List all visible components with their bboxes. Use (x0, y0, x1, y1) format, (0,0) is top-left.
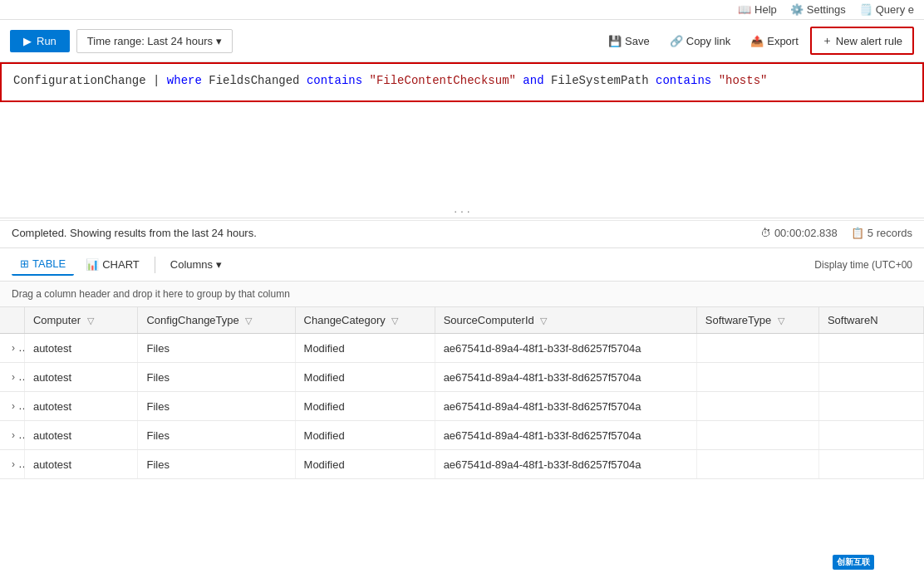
table-cell: ae67541d-89a4-48f1-b33f-8d6257f5704a (435, 334, 696, 363)
query-part-filesystempath: FileSystemPath (551, 74, 656, 87)
records-icon: 📋 (851, 227, 864, 239)
help-icon: 📖 (738, 3, 751, 16)
change-category-filter-icon[interactable]: ▽ (391, 316, 398, 326)
change-category-col-header[interactable]: ChangeCategory ▽ (295, 307, 435, 334)
config-change-type-filter-icon[interactable]: ▽ (245, 316, 252, 326)
duration-meta: ⏱ 00:00:02.838 (760, 227, 838, 239)
settings-icon: ⚙️ (790, 3, 804, 16)
view-toggle-row: ⊞ TABLE 📊 CHART Columns ▾ Display time (… (0, 248, 924, 282)
query-empty-area: . . . (0, 102, 924, 218)
chart-view-button[interactable]: 📊 CHART (77, 254, 148, 275)
table-row[interactable]: ›autotestFilesModifiedae67541d-89a4-48f1… (0, 421, 924, 450)
table-row[interactable]: ›autotestFilesModifiedae67541d-89a4-48f1… (0, 334, 924, 363)
query-part-pipe: | (153, 74, 167, 87)
table-cell: Files (138, 363, 295, 392)
table-cell: autotest (24, 363, 138, 392)
computer-col-header[interactable]: Computer ▽ (24, 307, 138, 334)
settings-label: Settings (807, 3, 846, 16)
save-button[interactable]: 💾 Save (600, 30, 658, 52)
copy-link-button[interactable]: 🔗 Copy link (661, 30, 739, 52)
save-icon: 💾 (608, 35, 622, 47)
time-range-label: Time range: Last 24 hours (87, 35, 213, 47)
table-cell (696, 392, 818, 421)
table-row[interactable]: ›autotestFilesModifiedae67541d-89a4-48f1… (0, 450, 924, 479)
table-container[interactable]: Computer ▽ ConfigChangeType ▽ ChangeCate… (0, 307, 924, 479)
chart-icon: 📊 (86, 258, 99, 271)
table-view-button[interactable]: ⊞ TABLE (12, 253, 74, 276)
query-editor-nav-item[interactable]: 🗒️ Query e (859, 3, 914, 16)
table-cell (818, 334, 923, 363)
computer-filter-icon[interactable]: ▽ (87, 316, 94, 326)
records-meta: 📋 5 records (851, 227, 912, 239)
table-cell: ae67541d-89a4-48f1-b33f-8d6257f5704a (435, 392, 696, 421)
results-status: Completed. Showing results from the last… (12, 227, 747, 239)
table-cell: Files (138, 392, 295, 421)
run-icon: ▶ (23, 35, 32, 47)
view-divider (155, 257, 155, 273)
query-part-configchange: ConfigurationChange (13, 74, 153, 87)
table-cell: ae67541d-89a4-48f1-b33f-8d6257f5704a (435, 450, 696, 479)
expand-row-button[interactable]: › (8, 340, 18, 355)
table-cell (696, 334, 818, 363)
source-computer-id-col-header[interactable]: SourceComputerId ▽ (435, 307, 696, 334)
logo-box: 创新互联 (833, 555, 874, 570)
table-cell (818, 392, 923, 421)
query-editor-label: Query e (876, 3, 914, 16)
table-cell: ae67541d-89a4-48f1-b33f-8d6257f5704a (435, 421, 696, 450)
table-cell: autotest (24, 450, 138, 479)
ellipsis-indicator: . . . (0, 102, 924, 221)
drag-notice: Drag a column header and drop it here to… (0, 282, 924, 307)
query-part-string1: "FileContentChecksum" (370, 74, 516, 87)
copy-link-icon: 🔗 (670, 35, 683, 47)
records-value: 5 records (867, 227, 912, 239)
table-icon: ⊞ (20, 257, 29, 270)
table-cell (696, 421, 818, 450)
run-button[interactable]: ▶ Run (10, 30, 70, 52)
table-cell: Files (138, 421, 295, 450)
toolbar-actions: 💾 Save 🔗 Copy link 📤 Export ＋ New alert … (600, 27, 914, 55)
expand-row-button[interactable]: › (8, 399, 18, 414)
duration-value: 00:00:02.838 (774, 227, 838, 239)
columns-button[interactable]: Columns ▾ (162, 254, 230, 275)
expand-row-button[interactable]: › (8, 370, 18, 385)
results-meta: ⏱ 00:00:02.838 📋 5 records (760, 227, 912, 239)
expand-row-button[interactable]: › (8, 428, 18, 443)
settings-nav-item[interactable]: ⚙️ Settings (790, 3, 846, 16)
table-cell (818, 363, 923, 392)
plus-icon: ＋ (822, 33, 833, 48)
help-nav-item[interactable]: 📖 Help (738, 3, 777, 16)
help-label: Help (754, 3, 777, 16)
table-cell (818, 450, 923, 479)
table-cell: autotest (24, 421, 138, 450)
table-cell: ae67541d-89a4-48f1-b33f-8d6257f5704a (435, 363, 696, 392)
query-editor[interactable]: ConfigurationChange | where FieldsChange… (0, 62, 924, 102)
export-icon: 📤 (750, 35, 764, 47)
table-cell: Modified (295, 334, 435, 363)
software-type-col-header[interactable]: SoftwareType ▽ (696, 307, 818, 334)
export-button[interactable]: 📤 Export (742, 30, 807, 52)
table-header-row: Computer ▽ ConfigChangeType ▽ ChangeCate… (0, 307, 924, 334)
query-part-fieldschanged: FieldsChanged (209, 74, 307, 87)
table-row[interactable]: ›autotestFilesModifiedae67541d-89a4-48f1… (0, 392, 924, 421)
source-computer-id-filter-icon[interactable]: ▽ (540, 316, 547, 326)
table-row[interactable]: ›autotestFilesModifiedae67541d-89a4-48f1… (0, 363, 924, 392)
new-alert-rule-button[interactable]: ＋ New alert rule (810, 27, 914, 55)
table-cell: Modified (295, 421, 435, 450)
query-editor-icon: 🗒️ (859, 3, 872, 16)
software-n-col-header[interactable]: SoftwareN (818, 307, 923, 334)
table-cell (696, 363, 818, 392)
chevron-down-icon: ▾ (216, 35, 222, 47)
table-cell: autotest (24, 392, 138, 421)
query-part-contains2: contains (656, 74, 719, 87)
config-change-type-col-header[interactable]: ConfigChangeType ▽ (138, 307, 295, 334)
expand-col-header (0, 307, 24, 334)
expand-row-button[interactable]: › (8, 457, 18, 472)
display-time: Display time (UTC+00 (814, 259, 912, 271)
table-cell: Files (138, 334, 295, 363)
table-body: ›autotestFilesModifiedae67541d-89a4-48f1… (0, 334, 924, 479)
clock-icon: ⏱ (760, 227, 771, 239)
time-range-button[interactable]: Time range: Last 24 hours ▾ (76, 29, 233, 53)
query-part-and: and (523, 74, 551, 87)
table-cell: Files (138, 450, 295, 479)
software-type-filter-icon[interactable]: ▽ (778, 316, 784, 326)
